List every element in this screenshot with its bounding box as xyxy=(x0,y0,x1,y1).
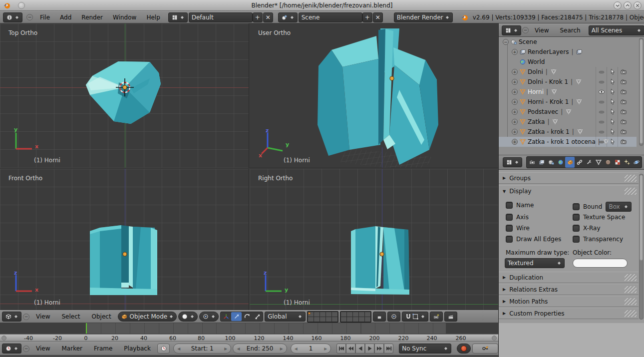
next-keyframe-button[interactable] xyxy=(374,344,384,354)
expand-icon[interactable]: + xyxy=(512,99,518,105)
scrollbar-left-knob[interactable] xyxy=(1,336,6,341)
window-maximize-button[interactable] xyxy=(624,1,632,9)
renderability-toggle[interactable] xyxy=(618,87,629,97)
visibility-toggle[interactable] xyxy=(596,87,607,97)
outliner-row-object[interactable]: + Podstavec | xyxy=(499,107,637,117)
expand-icon[interactable]: + xyxy=(512,69,518,75)
increment-arrow[interactable]: ▸ xyxy=(224,345,227,352)
use-preview-range-toggle[interactable] xyxy=(157,344,170,354)
renderability-toggle[interactable] xyxy=(618,97,629,107)
name-checkbox[interactable] xyxy=(506,202,513,209)
manipulator-toggle[interactable] xyxy=(221,312,231,321)
delete-layout-button[interactable]: ✕ xyxy=(263,12,273,22)
collapse-menus-button[interactable]: − xyxy=(23,314,29,320)
decrement-arrow[interactable]: ◂ xyxy=(295,345,298,352)
outliner-vertical-scrollbar[interactable] xyxy=(639,38,644,146)
menu-render[interactable]: Render xyxy=(76,14,108,21)
outliner-row-object[interactable]: + Dolni | xyxy=(499,67,637,77)
outliner-row-world[interactable]: World xyxy=(499,57,637,67)
menu-select[interactable]: Select xyxy=(56,313,85,320)
panel-header-relations-extras[interactable]: ▶Relations Extras xyxy=(499,284,639,295)
keying-set-button[interactable] xyxy=(472,344,498,354)
tab-render[interactable] xyxy=(527,157,537,168)
jump-to-start-button[interactable] xyxy=(336,344,346,354)
menu-file[interactable]: File xyxy=(35,14,55,21)
play-button[interactable] xyxy=(365,344,374,354)
panel-header-display[interactable]: ▼Display xyxy=(499,185,639,197)
tab-object-data[interactable] xyxy=(594,157,603,168)
timeline-frames-band[interactable] xyxy=(0,323,498,334)
renderability-toggle[interactable] xyxy=(618,67,629,77)
render-engine-select[interactable]: Blender Render xyxy=(394,12,453,22)
render-opengl-anim-button[interactable] xyxy=(444,312,457,322)
draw-all-edges-checkbox[interactable] xyxy=(506,236,513,243)
expand-icon[interactable]: + xyxy=(512,109,518,115)
visibility-toggle[interactable] xyxy=(596,97,607,107)
outliner-row-object[interactable]: + Horni | xyxy=(499,87,637,97)
selectability-toggle[interactable] xyxy=(607,67,618,77)
renderability-toggle[interactable] xyxy=(618,127,629,137)
viewport-top-ortho[interactable]: Top Ortho y x (1) Horni xyxy=(0,23,249,168)
scrollbar-right-knob[interactable] xyxy=(492,336,497,341)
object-color-swatch[interactable] xyxy=(573,259,628,268)
increment-arrow[interactable]: ▸ xyxy=(280,345,283,352)
collapse-menus-button[interactable]: − xyxy=(23,346,29,352)
renderability-toggle[interactable] xyxy=(618,117,629,127)
visibility-toggle[interactable] xyxy=(596,137,607,147)
panel-header-duplication[interactable]: ▶Duplication xyxy=(499,272,639,283)
panel-header-motion-paths[interactable]: ▶Motion Paths xyxy=(499,296,639,307)
menu-view[interactable]: View xyxy=(530,27,554,34)
visibility-toggle[interactable] xyxy=(596,107,607,117)
window-shade-button[interactable] xyxy=(614,1,622,9)
menu-add[interactable]: Add xyxy=(55,14,76,21)
layers-grid-2[interactable] xyxy=(340,311,371,323)
xray-checkbox[interactable] xyxy=(573,225,580,232)
viewport-front-ortho[interactable]: Front Ortho z x (1) Horni xyxy=(0,169,249,310)
visibility-toggle[interactable] xyxy=(596,127,607,137)
current-frame-field[interactable]: ◂1▸ xyxy=(291,344,331,354)
expand-icon[interactable]: + xyxy=(512,89,518,95)
tab-world[interactable] xyxy=(556,157,565,168)
selectability-toggle[interactable] xyxy=(607,87,618,97)
viewport-user-ortho[interactable]: User Ortho z y x (1) Horni xyxy=(250,23,498,168)
properties-vertical-scrollbar[interactable] xyxy=(639,174,644,320)
menu-help[interactable]: Help xyxy=(141,14,165,21)
outliner-row-object[interactable]: + Horni - Krok 1 | xyxy=(499,97,637,107)
panel-header-groups[interactable]: ▶Groups xyxy=(499,172,639,184)
menu-view[interactable]: View xyxy=(31,313,55,320)
layers-grid-1[interactable] xyxy=(307,311,338,323)
expand-icon[interactable]: + xyxy=(512,139,518,145)
max-draw-type-select[interactable]: Textured xyxy=(505,258,565,268)
scale-manipulator-toggle[interactable] xyxy=(252,312,263,321)
editor-type-selector[interactable] xyxy=(3,12,22,22)
tab-modifiers[interactable] xyxy=(584,157,594,168)
outliner-row-object[interactable]: + Zatka - krok 1 | xyxy=(499,127,637,137)
tab-constraints[interactable] xyxy=(575,157,584,168)
screen-layout-name-field[interactable]: Default xyxy=(189,12,253,22)
add-layout-button[interactable]: + xyxy=(253,12,263,22)
delete-scene-button[interactable]: ✕ xyxy=(373,12,383,22)
collapse-menus-button[interactable]: − xyxy=(26,14,33,20)
renderability-toggle[interactable] xyxy=(618,137,629,147)
expand-icon[interactable]: + xyxy=(512,129,518,135)
scene-browse-button[interactable] xyxy=(278,12,298,22)
record-autokey-toggle[interactable] xyxy=(457,344,470,354)
visibility-toggle[interactable] xyxy=(596,67,607,77)
tab-scene[interactable] xyxy=(546,157,556,168)
outliner-row-object[interactable]: + Zatka | xyxy=(499,117,637,127)
visibility-toggle[interactable] xyxy=(596,117,607,127)
current-frame-marker[interactable] xyxy=(86,323,87,334)
lock-to-scene-toggle[interactable] xyxy=(373,312,386,322)
expand-icon[interactable]: + xyxy=(512,119,518,125)
collapse-icon[interactable]: − xyxy=(503,39,509,45)
outliner-row-scene[interactable]: − Scene xyxy=(499,37,637,47)
wire-checkbox[interactable] xyxy=(506,225,513,232)
panel-header-custom-properties[interactable]: ▶Custom Properties xyxy=(499,308,639,319)
tab-particles[interactable] xyxy=(622,157,632,168)
tab-object[interactable] xyxy=(565,157,575,168)
editor-type-selector[interactable] xyxy=(502,25,521,35)
play-reverse-button[interactable] xyxy=(355,344,365,354)
menu-window[interactable]: Window xyxy=(108,14,141,21)
tab-physics[interactable] xyxy=(632,157,641,168)
bound-type-select[interactable]: Box xyxy=(606,202,632,212)
